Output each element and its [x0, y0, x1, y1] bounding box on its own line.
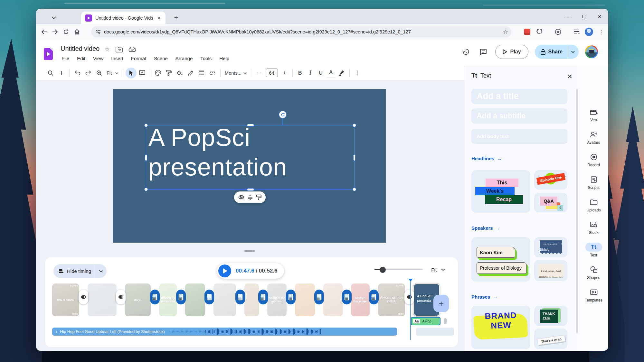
site-info-icon[interactable] — [96, 30, 101, 34]
menu-file[interactable]: File — [59, 55, 72, 62]
extensions-puzzle-icon[interactable] — [535, 27, 544, 36]
extension-red-icon[interactable] — [523, 27, 532, 36]
phrases-link[interactable]: Phrases→ — [471, 294, 497, 300]
rail-item-stock[interactable]: Stock — [579, 220, 608, 241]
headline-template-recap[interactable]: This Week's Recap — [471, 170, 530, 213]
phrase-template-thankyou[interactable]: THANKYOU — [534, 306, 567, 326]
text-track-chip[interactable]: Aa A Pop — [411, 317, 440, 325]
vids-logo-icon[interactable] — [44, 48, 53, 60]
paint-format-icon[interactable] — [256, 194, 261, 200]
playhead[interactable] — [410, 279, 413, 340]
scene-thumbnail-11[interactable]: Momen that matter — [351, 283, 370, 316]
slide[interactable]: A PopScipresentation — [113, 89, 386, 243]
play-button[interactable]: Play — [495, 45, 528, 59]
bookmark-star-icon[interactable]: ☆ — [503, 28, 508, 35]
resize-handle-sw[interactable] — [144, 188, 148, 191]
resize-handle-ne[interactable] — [353, 124, 356, 127]
reading-list-icon[interactable] — [572, 27, 581, 36]
zoom-fit-dropdown-icon[interactable] — [113, 68, 121, 79]
font-family-dropdown[interactable]: Monts... — [223, 70, 249, 76]
font-size-decrease-icon[interactable]: − — [253, 68, 264, 79]
headline-template-episode[interactable]: Episode One — [534, 170, 567, 190]
color-palette-icon[interactable] — [152, 68, 163, 79]
redo-icon[interactable] — [83, 68, 94, 79]
transition-grid-button[interactable] — [176, 290, 186, 304]
add-comment-icon[interactable] — [137, 68, 147, 79]
rail-item-uploads[interactable]: Uploads — [579, 198, 608, 218]
transition-grid-button[interactable] — [342, 290, 352, 304]
tab-search-button[interactable] — [48, 13, 59, 23]
version-history-icon[interactable] — [460, 46, 471, 57]
scene-thumbnail-2[interactable] — [88, 283, 117, 316]
home-button[interactable] — [71, 26, 82, 37]
forward-button[interactable] — [50, 26, 61, 37]
zoom-fit-label[interactable]: Fit — [107, 70, 112, 76]
select-tool-icon[interactable] — [126, 68, 137, 79]
resize-handle-s[interactable] — [247, 188, 254, 191]
underline-button[interactable]: U — [316, 68, 326, 78]
url-text[interactable]: docs.google.com/videos/d/1ydp_Q8VFdQTHux… — [104, 29, 503, 34]
font-size-increase-icon[interactable]: + — [279, 68, 290, 79]
rail-item-shapes[interactable]: Shapes — [579, 265, 608, 286]
scene-thumbnail-3[interactable]: Da y1 — [125, 283, 151, 316]
cloud-status-icon[interactable] — [128, 47, 136, 52]
account-avatar[interactable] — [585, 45, 598, 58]
share-button[interactable]: Share — [535, 45, 579, 59]
scene-thumbnail-5[interactable] — [185, 283, 205, 316]
border-weight-icon[interactable] — [196, 68, 207, 79]
headlines-link[interactable]: Headlines→ — [471, 156, 502, 161]
rail-item-avatars[interactable]: Avatars — [579, 130, 608, 151]
panel-scrollbar[interactable] — [576, 89, 578, 333]
browser-profile-avatar[interactable] — [584, 27, 593, 36]
paint-roller-icon[interactable] — [163, 68, 174, 79]
add-subtitle-input[interactable]: Add a subtitle — [471, 108, 567, 124]
scene-thumbnail-7[interactable] — [244, 283, 259, 316]
browser-menu-icon[interactable]: ⋮ — [597, 27, 606, 36]
fill-color-icon[interactable] — [174, 68, 185, 79]
scene-thumbnail-1[interactable]: BIG S ROADCLIFFSYEAR — [52, 283, 79, 316]
scene-thumbnail-10[interactable] — [323, 283, 343, 316]
transition-grid-button[interactable] — [286, 290, 296, 304]
window-close-button[interactable]: × — [594, 11, 605, 22]
text-selection-box[interactable] — [146, 125, 355, 190]
speaker-template-nameplate[interactable]: First name, Last nameJob title - Company… — [534, 260, 567, 281]
menu-format[interactable]: Format — [128, 55, 149, 62]
rail-item-record[interactable]: Record — [579, 153, 608, 173]
search-icon[interactable] — [45, 68, 56, 79]
scene-thumbnail-12[interactable]: GRATEFUL FOR THE RICLIFFSYEAR — [378, 283, 405, 316]
rail-item-templates[interactable]: Templates — [579, 288, 608, 308]
menu-scene[interactable]: Scene — [151, 55, 171, 62]
scene-thumbnail-9[interactable] — [295, 283, 315, 316]
phrase-template-brandnew[interactable]: BRANDNEW — [471, 306, 530, 349]
highlight-color-icon[interactable] — [336, 68, 347, 79]
font-size-input[interactable]: 64 — [266, 69, 278, 77]
undo-icon[interactable] — [72, 68, 83, 79]
resize-handle-se[interactable] — [353, 188, 356, 191]
menu-insert[interactable]: Insert — [108, 55, 126, 62]
vertical-spacing-icon[interactable] — [248, 194, 253, 200]
transition-grid-button[interactable] — [369, 290, 379, 304]
phrase-template-wrap[interactable]: That's a wrap — [534, 329, 567, 349]
rotate-handle-icon[interactable] — [279, 111, 287, 118]
speakers-link[interactable]: Speakers→ — [471, 225, 500, 231]
toolbar-more-icon[interactable]: ⋮ — [352, 68, 363, 79]
resize-handle-n[interactable] — [247, 124, 254, 126]
back-button[interactable] — [39, 26, 50, 37]
star-document-icon[interactable]: ☆ — [104, 46, 110, 53]
browser-tab[interactable]: Untitled video - Google Vids × — [81, 12, 166, 24]
text-chip-handle[interactable] — [444, 318, 447, 324]
rail-item-scripts[interactable]: Scripts — [579, 175, 608, 196]
add-scene-button[interactable]: + — [433, 295, 449, 312]
menu-tools[interactable]: Tools — [197, 55, 214, 62]
menu-help[interactable]: Help — [216, 55, 232, 62]
bold-button[interactable]: B — [295, 68, 305, 78]
transition-grid-button[interactable] — [204, 290, 214, 304]
comments-icon[interactable] — [478, 46, 489, 57]
share-dropdown-icon[interactable] — [567, 51, 579, 53]
transition-grid-button[interactable] — [235, 290, 245, 304]
transition-effect-icon[interactable] — [238, 195, 245, 200]
zoom-icon[interactable] — [94, 68, 105, 79]
scene-thumbnail-8[interactable]: Being in the moment — [267, 283, 287, 316]
window-minimize-button[interactable]: — — [563, 11, 573, 22]
add-body-input[interactable]: Add body text — [471, 129, 567, 144]
